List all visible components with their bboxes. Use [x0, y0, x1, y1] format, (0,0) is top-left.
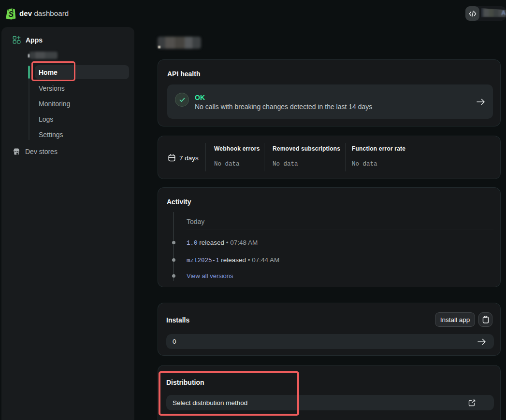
- svg-text:S: S: [8, 10, 14, 18]
